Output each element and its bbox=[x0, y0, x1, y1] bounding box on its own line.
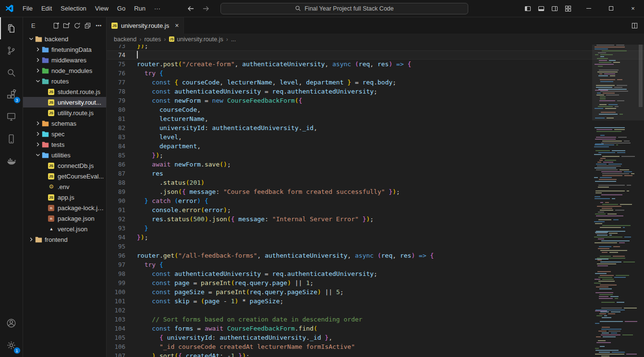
toggle-secondary-sidebar-icon[interactable] bbox=[551, 5, 559, 12]
activity-source-control[interactable] bbox=[0, 39, 23, 61]
tree-item-label: node_modules bbox=[51, 67, 92, 74]
settings-badge: 1 bbox=[13, 347, 21, 354]
editor-group: JS university.route.js × backend›routes›… bbox=[107, 17, 644, 357]
toggle-primary-sidebar-icon[interactable] bbox=[524, 5, 532, 12]
history-navigation bbox=[187, 5, 210, 12]
menu-view[interactable]: View bbox=[91, 3, 113, 13]
tree-item[interactable]: routes bbox=[23, 76, 106, 86]
tree-item[interactable]: schemas bbox=[23, 118, 106, 129]
close-button[interactable]: × bbox=[622, 0, 644, 17]
breadcrumb-separator: › bbox=[138, 36, 142, 43]
line-number: 89 bbox=[107, 187, 125, 196]
breadcrumb-item[interactable]: routes bbox=[144, 36, 161, 43]
code-line: 87 res bbox=[107, 169, 644, 178]
new-file-icon[interactable] bbox=[52, 22, 60, 29]
breadcrumb: backend›routes›JSuniversity.route.js›... bbox=[107, 34, 644, 45]
settings-button[interactable]: 1 bbox=[0, 334, 23, 356]
js-file-icon: JS bbox=[48, 110, 58, 116]
tree-item[interactable]: JSconnectDb.js bbox=[23, 160, 106, 171]
scrollbar-thumb[interactable] bbox=[639, 45, 643, 107]
code-line: 99 const page = parseInt(req.query.page)… bbox=[107, 278, 644, 287]
tree-item[interactable]: npackage.json bbox=[23, 213, 106, 224]
activity-docker[interactable] bbox=[0, 150, 23, 172]
activity-remote-explorer[interactable] bbox=[0, 106, 23, 128]
more-actions-icon[interactable]: ⋯ bbox=[95, 22, 103, 29]
npm-file-icon: n bbox=[48, 215, 58, 222]
tree-item[interactable]: spec bbox=[23, 129, 106, 139]
split-editor-icon[interactable] bbox=[631, 22, 638, 29]
code-line: 77 const { courseCode, lecturerName, lev… bbox=[107, 78, 644, 87]
customize-layout-icon[interactable] bbox=[564, 5, 572, 12]
tree-item[interactable]: finetuningData bbox=[23, 44, 106, 55]
forward-arrow-icon[interactable] bbox=[202, 5, 210, 12]
activity-search[interactable] bbox=[0, 61, 23, 83]
js-file-icon: JS bbox=[48, 173, 58, 179]
breadcrumb-separator: › bbox=[163, 36, 167, 43]
activity-bar-bottom: 1 bbox=[0, 312, 23, 357]
command-center-search[interactable]: Final Year Project full Stack Code bbox=[220, 3, 468, 14]
tree-item[interactable]: utilities bbox=[23, 150, 106, 160]
collapse-all-icon[interactable] bbox=[84, 22, 91, 29]
chevron-right-icon bbox=[35, 141, 42, 148]
maximize-button[interactable] bbox=[600, 0, 622, 17]
tree-item[interactable]: JSutility.route.js bbox=[23, 107, 106, 118]
menu-file[interactable]: File bbox=[18, 3, 37, 13]
line-number: 96 bbox=[107, 251, 125, 260]
tree-item[interactable]: ▲vercel.json bbox=[23, 224, 106, 234]
code-line: 106 "_id courseCode createdAt lecturerNa… bbox=[107, 342, 644, 351]
tab-university-route[interactable]: JS university.route.js × bbox=[107, 17, 184, 34]
tree-item[interactable]: backend bbox=[23, 34, 106, 44]
folder-icon bbox=[35, 237, 45, 243]
line-number: 87 bbox=[107, 169, 125, 178]
code-line: 103 // Sort forms based on creation date… bbox=[107, 315, 644, 324]
mobile-icon bbox=[6, 133, 17, 144]
line-number: 92 bbox=[107, 214, 125, 224]
line-number: 104 bbox=[107, 324, 125, 333]
menu-more[interactable]: ··· bbox=[150, 3, 165, 13]
tree-item[interactable]: node_modules bbox=[23, 65, 106, 76]
tree-item[interactable]: JSstudent.route.js bbox=[23, 86, 106, 97]
gear-icon: ⚙ bbox=[48, 183, 58, 190]
line-number: 98 bbox=[107, 269, 125, 278]
tree-item[interactable]: JSuniversity.rout... bbox=[23, 97, 106, 107]
vertical-scrollbar[interactable] bbox=[637, 45, 644, 357]
menu-go[interactable]: Go bbox=[113, 3, 130, 13]
tab-close-icon[interactable]: × bbox=[175, 22, 179, 29]
menu-selection[interactable]: Selection bbox=[56, 3, 90, 13]
refresh-icon[interactable] bbox=[73, 22, 81, 29]
tree-item[interactable]: tests bbox=[23, 139, 106, 150]
editor-actions bbox=[631, 17, 644, 34]
menu-edit[interactable]: Edit bbox=[37, 3, 56, 13]
tree-item-label: spec bbox=[51, 131, 64, 138]
line-number: 106 bbox=[107, 342, 125, 351]
activity-explorer[interactable] bbox=[0, 17, 23, 39]
tree-item[interactable]: npackage-lock.json bbox=[23, 202, 106, 213]
folder-icon bbox=[42, 152, 51, 158]
activity-mobile-view[interactable] bbox=[0, 128, 23, 150]
chevron-right-icon bbox=[35, 46, 42, 53]
back-arrow-icon[interactable] bbox=[187, 5, 194, 12]
breadcrumb-item[interactable]: university.route.js bbox=[177, 36, 223, 43]
tree-item[interactable]: JSgetCourseEval... bbox=[23, 171, 106, 181]
tree-item[interactable]: frontend bbox=[23, 234, 106, 245]
tree-item-label: app.js bbox=[58, 194, 74, 201]
tree-item[interactable]: ⚙.env bbox=[23, 181, 106, 192]
tree-item[interactable]: middlewares bbox=[23, 55, 106, 65]
new-folder-icon[interactable] bbox=[63, 22, 70, 29]
folder-icon bbox=[42, 131, 51, 137]
editor-code-area[interactable]: 73});7475router.post("/create-form", aut… bbox=[107, 45, 644, 357]
js-file-icon: JS bbox=[48, 194, 58, 201]
minimize-button[interactable] bbox=[578, 0, 600, 17]
activity-extensions[interactable]: 3 bbox=[0, 83, 23, 106]
breadcrumb-item[interactable]: ... bbox=[231, 36, 236, 43]
tree-item-label: tests bbox=[51, 141, 64, 148]
breadcrumb-item[interactable]: backend bbox=[114, 36, 136, 43]
account-button[interactable] bbox=[0, 312, 23, 334]
menu-run[interactable]: Run bbox=[130, 3, 150, 13]
minimap[interactable] bbox=[593, 45, 637, 357]
toggle-panel-icon[interactable] bbox=[537, 5, 545, 12]
tree-item[interactable]: JSapp.js bbox=[23, 192, 106, 202]
tree-item-label: vercel.json bbox=[58, 226, 87, 233]
code-line: 89 .json({ message: "Course feedback for… bbox=[107, 187, 644, 196]
code-line: 107 ).sort({ createdAt: -1 }); bbox=[107, 351, 644, 357]
